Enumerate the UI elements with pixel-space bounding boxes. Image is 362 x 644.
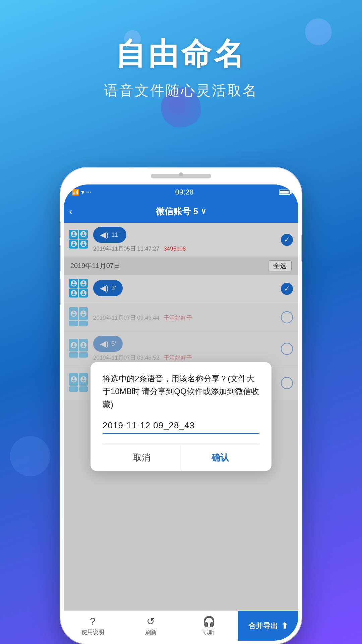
dialog-input[interactable]: 2019-11-12 09_28_43	[103, 419, 259, 434]
dots-icon: ···	[86, 189, 91, 196]
top-section: 自由命名 语音文件随心灵活取名	[0, 0, 362, 100]
phone-camera	[179, 172, 183, 176]
dialog-actions: 取消 确认	[103, 444, 259, 471]
help-button[interactable]: ? 使用说明	[64, 611, 122, 641]
status-left: 📶 ▾ ···	[72, 189, 91, 196]
battery-icon	[279, 190, 290, 195]
battery-fill	[280, 191, 289, 194]
dialog-box: 将选中的2条语音，用该名称分享？(文件大于10MB时 请分享到QQ软件或添加到微…	[90, 362, 272, 471]
phone-mockup: 📶 ▾ ··· 09:28 ‹ 微信账号 5 ∨	[60, 168, 302, 644]
phone-btn-vol-up	[60, 245, 61, 272]
phone-screen: 📶 ▾ ··· 09:28 ‹ 微信账号 5 ∨	[64, 184, 298, 641]
merge-export-button[interactable]: 合并导出 ⬆	[238, 611, 298, 641]
status-right	[278, 190, 290, 195]
dialog-message: 将选中的2条语音，用该名称分享？(文件大于10MB时 请分享到QQ软件或添加到微…	[103, 372, 259, 411]
help-label: 使用说明	[81, 628, 104, 636]
merge-export-label: 合并导出	[248, 621, 278, 631]
phone-outer: 📶 ▾ ··· 09:28 ‹ 微信账号 5 ∨	[60, 168, 302, 644]
app-header: ‹ 微信账号 5 ∨	[64, 200, 298, 223]
header-title: 微信账号 5 ∨	[156, 206, 206, 217]
dialog-cancel-button[interactable]: 取消	[103, 444, 181, 471]
status-time: 09:28	[175, 188, 193, 197]
main-title: 自由命名	[0, 34, 362, 74]
refresh-label: 刷新	[145, 629, 157, 636]
signal-icon: 📶	[72, 189, 79, 196]
dialog-overlay: 将选中的2条语音，用该名称分享？(文件大于10MB时 请分享到QQ软件或添加到微…	[64, 223, 298, 610]
header-title-text: 微信账号 5	[156, 206, 198, 217]
headphone-icon: 🎧	[203, 615, 215, 627]
back-button[interactable]: ‹	[69, 206, 72, 217]
sub-title: 语音文件随心灵活取名	[0, 81, 362, 100]
preview-button[interactable]: 🎧 试听	[180, 611, 238, 641]
status-bar: 📶 ▾ ··· 09:28	[64, 184, 298, 200]
phone-btn-vol-silent	[60, 221, 61, 238]
share-icon: ⬆	[281, 621, 288, 631]
refresh-icon: ↺	[146, 615, 155, 627]
phone-btn-power	[301, 235, 302, 262]
phone-content: ◀) 11' 2019年11月05日 11:47:27 3495b98 ✓	[64, 223, 298, 610]
header-arrow-icon[interactable]: ∨	[201, 207, 206, 216]
refresh-button[interactable]: ↺ 刷新	[122, 611, 180, 641]
wifi-icon: ▾	[81, 189, 84, 196]
dialog-confirm-button[interactable]: 确认	[181, 444, 260, 471]
help-icon: ?	[90, 615, 96, 627]
bg-circle-3	[10, 436, 50, 476]
preview-label: 试听	[203, 629, 215, 636]
bottom-toolbar: ? 使用说明 ↺ 刷新 🎧 试听 合并导出 ⬆	[64, 610, 298, 641]
phone-btn-vol-down	[60, 278, 61, 305]
